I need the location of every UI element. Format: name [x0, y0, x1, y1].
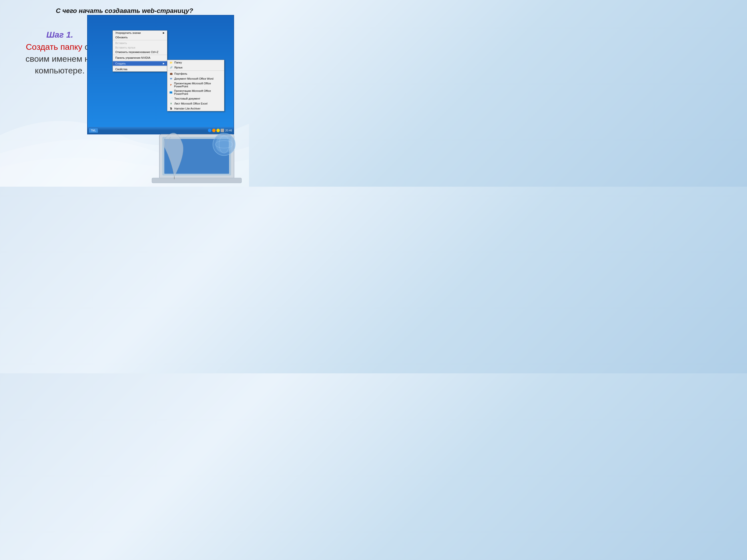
deco-feather [154, 132, 194, 179]
menu-item-paste-shortcut: Вставить ярлык [113, 45, 167, 50]
slide-title: С чего начать создавать web-страницу? [0, 0, 249, 15]
shortcut-icon [169, 66, 173, 69]
hamster-icon [169, 107, 173, 110]
taskbar-button-tml[interactable]: TML [88, 128, 98, 133]
menu-item-arrange[interactable]: Упорядочить значки ▶ [113, 31, 167, 35]
word-icon [169, 77, 173, 80]
photoshop-icon [169, 90, 173, 94]
ppt-icon [169, 83, 173, 87]
svg-rect-1 [162, 137, 231, 176]
menu-item-refresh[interactable]: Обновить [113, 35, 167, 39]
tray-icon-4 [221, 129, 224, 132]
svg-point-5 [215, 136, 233, 153]
menu-separator-4 [113, 66, 167, 66]
svg-point-6 [219, 136, 229, 153]
svg-point-7 [215, 141, 233, 148]
tray-icon-3 [216, 129, 220, 132]
svg-rect-2 [164, 139, 229, 174]
tray-icon-2 [212, 129, 216, 132]
taskbar-right: 20:46 [208, 129, 234, 132]
excel-icon [169, 102, 173, 105]
taskbar-time: 20:46 [225, 129, 232, 132]
submenu-item-folder[interactable]: Папку [167, 60, 224, 65]
folder-icon [169, 61, 173, 64]
submenu-item-ppt[interactable]: Презентацию Microsoft Office PowerPoint [167, 81, 224, 88]
menu-separator-3 [113, 60, 167, 61]
arrow-icon: ▶ [163, 32, 164, 34]
taskbar: TML 20:46 [88, 127, 234, 134]
submenu-create: Папку Ярлык Портфель Документ Microsoft … [167, 60, 224, 111]
submenu-item-excel[interactable]: Лист Microsoft Office Excel [167, 101, 224, 106]
menu-item-nvidia[interactable]: Панель управления NVIDIA [113, 55, 167, 60]
submenu-item-shortcut[interactable]: Ярлык [167, 65, 224, 70]
submenu-item-briefcase[interactable]: Портфель [167, 71, 224, 76]
taskbar-left: TML [88, 128, 98, 133]
briefcase-icon [169, 72, 173, 75]
system-tray [208, 129, 224, 132]
step-desc-highlight: Создать папку [26, 42, 82, 52]
screenshot-window: Упорядочить значки ▶ Обновить Вставить В… [87, 15, 234, 134]
context-menu: Упорядочить значки ▶ Обновить Вставить В… [112, 30, 167, 72]
svg-rect-0 [159, 134, 234, 179]
create-arrow-icon: ▶ [163, 62, 164, 65]
txt-icon [169, 97, 173, 100]
slide-container: С чего начать создавать web-страницу? Ша… [0, 0, 249, 187]
tray-icon-1 [208, 129, 211, 132]
submenu-item-word[interactable]: Документ Microsoft Office Word [167, 76, 224, 81]
svg-rect-3 [152, 178, 241, 183]
submenu-item-txt[interactable]: Текстовый документ [167, 96, 224, 101]
menu-item-paste: Вставить [113, 41, 167, 45]
submenu-item-photoshop[interactable]: Презентацию Microsoft Office PowerPoint [167, 88, 224, 96]
menu-item-create[interactable]: Создать ▶ [113, 61, 167, 66]
photoshop-label: Презентацию Microsoft Office PowerPoint [174, 89, 222, 95]
submenu-item-hamster[interactable]: Hamster Lite Archiver [167, 106, 224, 111]
svg-point-4 [213, 133, 235, 156]
menu-item-undo-rename[interactable]: Отменить переименование Ctrl+Z [113, 50, 167, 54]
menu-item-properties[interactable]: Свойства [113, 67, 167, 72]
menu-separator-2 [113, 55, 167, 55]
desktop-area: Упорядочить значки ▶ Обновить Вставить В… [88, 16, 234, 127]
